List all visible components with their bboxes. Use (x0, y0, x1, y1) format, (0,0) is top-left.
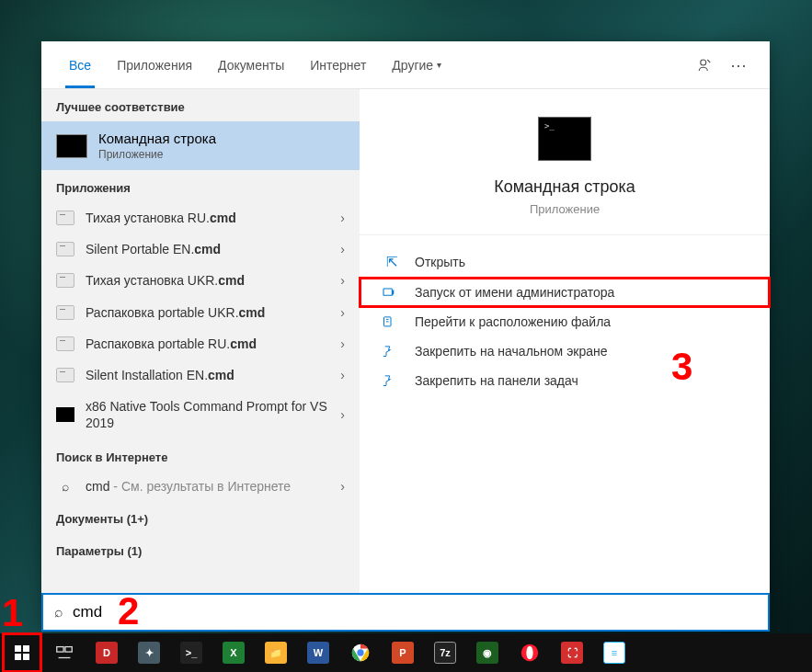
taskbar-app[interactable]: ◉ (469, 634, 506, 671)
terminal-icon (56, 407, 74, 422)
chevron-right-icon[interactable]: › (340, 479, 345, 494)
action-open-location[interactable]: Перейти к расположению файла (360, 307, 770, 336)
app-result-label: Распаковка portable UKR.cmd (86, 304, 340, 321)
taskbar-app[interactable]: D (88, 634, 125, 671)
taskbar-explorer[interactable]: 📁 (257, 634, 294, 671)
chevron-down-icon: ▾ (437, 60, 441, 70)
chevron-right-icon[interactable]: › (340, 305, 345, 320)
shield-icon (382, 285, 402, 300)
taskbar-task-view[interactable] (46, 634, 83, 671)
app-result-item[interactable]: Распаковка portable UKR.cmd › (41, 297, 360, 328)
search-icon: ⌕ (54, 604, 63, 621)
pin-icon (382, 345, 402, 359)
tabs-row: Все Приложения Документы Интернет Другие… (41, 41, 770, 89)
taskbar-app[interactable]: ⛶ (554, 634, 590, 671)
cmd-file-icon (56, 336, 74, 351)
taskbar-word[interactable]: W (300, 634, 337, 671)
app-result-label: Распаковка portable RU.cmd (86, 336, 340, 352)
start-search-panel: Все Приложения Документы Интернет Другие… (41, 41, 770, 630)
search-input[interactable] (73, 603, 757, 621)
more-icon[interactable]: ⋯ (722, 49, 755, 82)
section-documents[interactable]: Документы (1+) (41, 501, 360, 533)
chevron-right-icon[interactable]: › (340, 336, 345, 351)
action-pin-start[interactable]: Закрепить на начальном экране (360, 336, 770, 366)
svg-point-8 (526, 646, 532, 660)
tab-apps[interactable]: Приложения (104, 41, 205, 88)
app-result-item[interactable]: x86 Native Tools Command Prompt for VS 2… (41, 391, 360, 439)
app-result-item[interactable]: Тихая установка RU.cmd › (41, 202, 360, 233)
tab-docs[interactable]: Документы (205, 41, 297, 88)
preview-column: Командная строка Приложение ⇱ Открыть За… (360, 89, 770, 630)
app-result-label: Тихая установка RU.cmd (86, 210, 340, 226)
cmd-app-icon-large (538, 117, 591, 161)
start-button[interactable] (4, 634, 40, 671)
cmd-file-icon (56, 305, 74, 320)
cmd-file-icon (56, 368, 74, 382)
section-apps: Приложения (41, 170, 360, 202)
svg-rect-4 (65, 647, 72, 653)
section-web-search: Поиск в Интернете (41, 439, 360, 472)
chevron-right-icon[interactable]: › (340, 242, 345, 256)
app-result-item[interactable]: Тихая установка UKR.cmd › (41, 265, 360, 296)
folder-icon (382, 315, 402, 329)
section-settings[interactable]: Параметры (1) (41, 533, 360, 565)
app-result-item[interactable]: Silent Portable EN.cmd › (41, 233, 360, 265)
annotation-2: 2 (118, 589, 139, 633)
action-run-as-admin[interactable]: Запуск от имени администратора (360, 278, 770, 307)
app-result-item[interactable]: Silent Installation EN.cmd › (41, 359, 360, 391)
feedback-icon[interactable] (689, 49, 722, 82)
best-match-title: Командная строка (98, 131, 216, 146)
taskbar-7zip[interactable]: 7z (427, 634, 463, 671)
taskbar: D ✦ >_ X 📁 W P 7z ◉ ⛶ ≡ (0, 633, 812, 672)
preview-header: Командная строка Приложение (360, 89, 770, 235)
chevron-right-icon[interactable]: › (340, 407, 345, 422)
best-match-subtitle: Приложение (98, 148, 216, 161)
pin-icon (382, 374, 402, 388)
taskbar-app[interactable]: ✦ (131, 634, 167, 671)
app-result-item[interactable]: Распаковка portable RU.cmd › (41, 328, 360, 359)
open-icon: ⇱ (382, 254, 402, 270)
preview-title: Командная строка (378, 177, 751, 197)
svg-rect-3 (57, 647, 63, 653)
action-pin-taskbar[interactable]: Закрепить на панели задач (360, 366, 770, 395)
taskbar-excel[interactable]: X (215, 634, 252, 671)
app-result-label: x86 Native Tools Command Prompt for VS 2… (86, 398, 340, 431)
taskbar-terminal[interactable]: >_ (173, 634, 210, 671)
taskbar-notepad[interactable]: ≡ (596, 634, 633, 671)
svg-point-0 (701, 60, 706, 65)
app-result-label: Silent Portable EN.cmd (86, 241, 340, 257)
annotation-1: 1 (2, 591, 23, 635)
cmd-file-icon (56, 242, 74, 256)
action-open[interactable]: ⇱ Открыть (360, 246, 770, 278)
web-search-item[interactable]: ⌕ cmd - См. результаты в Интернете › (41, 472, 360, 501)
taskbar-chrome[interactable] (342, 634, 379, 671)
chevron-right-icon[interactable]: › (340, 211, 345, 225)
tab-other[interactable]: Другие▾ (379, 41, 454, 88)
app-result-label: Silent Installation EN.cmd (86, 367, 340, 383)
cmd-file-icon (56, 273, 74, 288)
cmd-file-icon (56, 211, 74, 225)
tab-web[interactable]: Интернет (297, 41, 379, 88)
taskbar-opera[interactable] (511, 634, 548, 671)
results-column: Лучшее соответствие Командная строка При… (41, 89, 360, 630)
best-match-item[interactable]: Командная строка Приложение (41, 121, 360, 170)
svg-rect-1 (383, 289, 392, 295)
search-icon: ⌕ (56, 479, 74, 494)
windows-logo-icon (15, 645, 29, 660)
tab-all[interactable]: Все (56, 41, 104, 88)
preview-actions: ⇱ Открыть Запуск от имени администратора… (360, 235, 770, 406)
cmd-app-icon (56, 134, 87, 158)
preview-subtitle: Приложение (378, 202, 751, 216)
annotation-3: 3 (671, 345, 692, 389)
web-search-label: cmd - См. результаты в Интернете (86, 479, 340, 494)
taskbar-powerpoint[interactable]: P (384, 634, 421, 671)
section-best-match: Лучшее соответствие (41, 89, 360, 121)
search-bar[interactable]: ⌕ (41, 593, 770, 632)
chevron-right-icon[interactable]: › (340, 273, 345, 288)
chevron-right-icon[interactable]: › (340, 368, 345, 382)
app-result-label: Тихая установка UKR.cmd (86, 272, 340, 289)
svg-point-6 (357, 649, 363, 655)
